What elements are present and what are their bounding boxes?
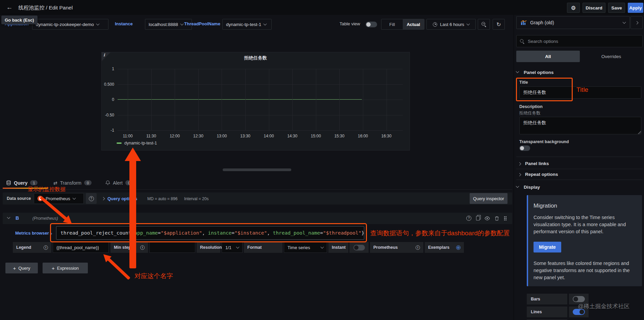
visualization-picker[interactable]: Graph (old)	[516, 16, 630, 29]
x-axis-tick: 16:30	[381, 134, 392, 138]
info-circle-icon: i	[140, 245, 145, 250]
gridline-v	[363, 69, 363, 130]
tab-alert[interactable]: Alert 0	[105, 176, 133, 189]
tab-label: Query	[14, 180, 27, 186]
add-expression-button[interactable]: +Expression	[43, 263, 88, 273]
chevron-down-icon	[236, 245, 240, 249]
table-view-toggle[interactable]	[366, 22, 377, 27]
datasource-help-button[interactable]: ?	[86, 193, 97, 204]
query-ref-id: B	[16, 215, 19, 221]
query-ref-row[interactable]: B (Prometheus) ?	[3, 213, 512, 224]
fill-option[interactable]: Fill	[381, 19, 403, 29]
drag-handle-icon[interactable]	[504, 216, 507, 220]
resolution-select[interactable]: 1/1	[222, 242, 243, 253]
gridline-h	[118, 69, 403, 69]
plot-area[interactable]: 10.5000-0.50-111:0011:3012:0012:3013:001…	[118, 69, 403, 130]
min-step-input[interactable]	[149, 242, 195, 253]
expr-segment: =	[158, 230, 161, 236]
gridline-h	[118, 100, 403, 100]
actual-option[interactable]: Actual	[403, 19, 424, 29]
chevron-down-icon	[321, 245, 324, 249]
discard-button[interactable]: Discard	[583, 3, 605, 13]
section-repeat-options[interactable]: Repeat options	[525, 172, 558, 177]
gridline-h	[118, 115, 403, 115]
legend-format-input[interactable]: {{thread_pool_name}}	[53, 242, 109, 253]
chevron-down-icon	[264, 22, 267, 26]
chevron-right-icon	[50, 233, 52, 235]
chart-legend-item[interactable]: dynamic-tp-test-1	[117, 141, 157, 145]
y-axis-tick: 0.500	[104, 82, 114, 87]
toggle-knob	[573, 297, 578, 301]
zoom-out-icon	[481, 22, 486, 27]
chevron-down-icon	[72, 196, 76, 200]
divider	[516, 169, 643, 169]
legend-swatch	[117, 142, 122, 144]
transparent-bg-label: Transparent background	[519, 139, 569, 144]
editor-tabs-row: Query 1 ⇄ Transform 0 Alert 0	[0, 176, 512, 190]
resolution-label: Resolution	[197, 242, 220, 253]
annotation-title-note: Title	[576, 86, 588, 94]
tab-all[interactable]: All	[516, 51, 580, 62]
section-panel-links[interactable]: Panel links	[525, 161, 549, 166]
x-axis-tick: 15:00	[311, 134, 321, 138]
textarea-resize-grip[interactable]	[638, 131, 641, 134]
graph-viz-icon	[521, 20, 527, 25]
section-display[interactable]: Display	[524, 185, 540, 190]
query-inspector-button[interactable]: Query inspector	[470, 193, 507, 204]
time-range-picker[interactable]: Last 6 hours	[426, 19, 476, 30]
add-query-button[interactable]: +Query	[5, 263, 38, 273]
panel-description-textarea[interactable]: 拒绝任务数	[519, 117, 641, 134]
expr-segment: =	[231, 230, 234, 236]
variable-select-application[interactable]: dynamic-tp-zookeeper-demo	[32, 19, 108, 30]
apply-button[interactable]: Apply	[628, 3, 643, 13]
panel-settings-button[interactable]: ⚙	[567, 3, 580, 13]
save-button[interactable]: Save	[608, 3, 625, 13]
transparent-bg-toggle[interactable]	[519, 145, 530, 151]
help-circle-icon[interactable]: ?	[466, 216, 471, 221]
exemplars-info-icon[interactable]: ◎	[456, 245, 461, 250]
gridline-v	[316, 69, 316, 130]
table-view-label: Table view	[340, 21, 360, 26]
options-search-input[interactable]	[528, 39, 629, 44]
bars-toggle[interactable]	[573, 296, 585, 302]
instant-toggle[interactable]	[353, 245, 365, 250]
y-axis-tick: -0.50	[105, 113, 114, 117]
gridline-v	[151, 69, 152, 130]
zoom-out-button[interactable]	[478, 19, 490, 30]
migration-info-card: Migration Consider switching to the Time…	[527, 195, 642, 286]
x-axis-tick: 11:00	[123, 134, 132, 138]
tab-badge: 0	[84, 180, 92, 185]
trash-icon[interactable]	[495, 216, 499, 221]
metrics-browser-toggle[interactable]: Metrics browser	[15, 231, 52, 236]
duplicate-icon[interactable]	[476, 216, 480, 220]
pane-resize-handle[interactable]	[223, 168, 291, 171]
eye-icon[interactable]	[485, 216, 490, 220]
info-circle-icon: i	[416, 245, 420, 250]
expr-segment: =	[320, 230, 323, 236]
options-search[interactable]	[516, 35, 643, 47]
gridline-v	[245, 69, 246, 130]
chevron-down-icon	[7, 216, 10, 219]
metrics-browser-label: Metrics browser	[15, 231, 49, 236]
x-axis-tick: 14:30	[287, 134, 297, 138]
query-expression: thread_pool_reject_count{app_name="$appl…	[60, 230, 364, 236]
migrate-button[interactable]: Migrate	[534, 242, 561, 252]
toggle-knob	[354, 245, 358, 250]
bell-icon	[105, 180, 110, 185]
x-axis-tick: 13:00	[217, 134, 227, 138]
x-axis-tick: 12:30	[193, 134, 203, 138]
tab-overrides[interactable]: Overrides	[580, 51, 643, 62]
back-arrow-icon[interactable]: ←	[5, 3, 14, 12]
query-expression-input[interactable]: thread_pool_reject_count{app_name="$appl…	[56, 226, 364, 240]
expr-segment: "$instance"	[234, 230, 267, 236]
section-panel-options[interactable]: Panel options	[524, 70, 554, 75]
expr-segment: app_name	[134, 230, 158, 236]
variable-select-threadpoolname[interactable]: dynamic-tp-test-1	[222, 19, 272, 30]
viz-suggestions-button[interactable]	[630, 16, 643, 29]
max-data-points-summary: MD = auto = 896	[147, 196, 177, 201]
refresh-button[interactable]: ↻	[493, 19, 505, 30]
variable-value-instance: localhost:8888	[149, 22, 178, 27]
gridline-v	[269, 69, 269, 130]
x-axis-tick: 16:00	[358, 134, 368, 138]
format-select[interactable]: Time series	[284, 242, 327, 253]
